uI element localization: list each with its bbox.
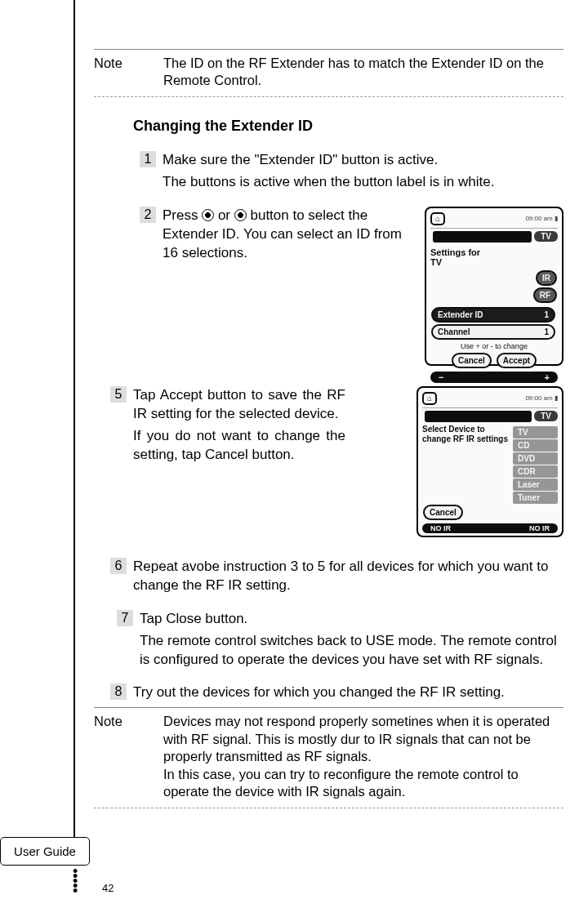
side-tab-user-guide: User Guide [0, 837, 90, 866]
figure-device-item: Laser [513, 479, 558, 491]
step-2: 2 Press or button to select the Extender… [140, 207, 416, 263]
figure-cancel-button: Cancel [452, 353, 492, 368]
home-icon: ⌂ [430, 212, 445, 225]
figure-device-item: DVD [513, 452, 558, 465]
note-text: In this case, you can try to reconfigure… [163, 766, 564, 801]
step-5: 5 Tap Accept button to save the RF IR se… [110, 386, 408, 465]
step-number: 2 [140, 207, 156, 223]
plus-icon [234, 209, 247, 221]
figure-ir-pill: IR [536, 270, 557, 286]
home-icon: ⌂ [422, 392, 437, 405]
figure-device-list-items: TV CD DVD CDR Laser Tuner [513, 426, 558, 504]
step-number: 8 [110, 683, 127, 700]
figure-device-list: ⌂ 09:00 am ▮ TV Select Device to change … [416, 386, 564, 537]
figure-device-item: CD [513, 439, 558, 452]
figure-label: Settings for [430, 247, 480, 257]
figure-time: 09:00 am ▮ [525, 215, 558, 222]
figure-hint: Use + or - to change [430, 342, 558, 350]
figure-noir-right: NO IR [521, 524, 558, 532]
step-text: Make sure the "Extender ID" button is ac… [163, 151, 564, 170]
step-text: Press [163, 207, 202, 223]
figure-channel-label: Channel [438, 327, 470, 336]
note-text: Devices may not respond properly sometin… [163, 713, 564, 765]
note-label: Note [94, 55, 163, 90]
figure-accept-button: Accept [497, 353, 537, 368]
figure-device-item: TV [513, 426, 558, 438]
step-1: 1 Make sure the "Extender ID" button is … [140, 151, 564, 192]
figure-plus: + [537, 372, 558, 382]
figure-device-item: CDR [513, 465, 558, 478]
step-6: 6 Repeat avobe instruction 3 to 5 for al… [110, 558, 564, 595]
figure-tv-label: TV [534, 231, 558, 242]
note-bottom: Note Devices may not respond properly so… [94, 707, 564, 808]
step-text: Tap Accept button to save the RF IR sett… [133, 386, 345, 424]
step-7: 7 Tap Close button. The remote control s… [117, 610, 564, 670]
step-number: 6 [110, 558, 127, 574]
section-title: Changing the Extender ID [133, 118, 564, 135]
step-text: The remote control switches back to USE … [140, 632, 564, 670]
vertical-dots: ••••• [73, 869, 78, 893]
figure-time: 09:00 am ▮ [525, 394, 558, 402]
step-text: or [214, 207, 234, 223]
figure-extender-label: Extender ID [438, 310, 483, 319]
figure-minus: − [430, 372, 452, 382]
step-8: 8 Try out the devices for which you chan… [110, 683, 564, 702]
step-number: 1 [140, 151, 156, 167]
figure-channel-value: 1 [544, 327, 549, 336]
figure-settings: ⌂ 09:00 am ▮ TV Settings for TV IR RF Ex… [425, 207, 564, 366]
page-number: 42 [102, 882, 114, 894]
note-text: The ID on the RF Extender has to match t… [163, 55, 564, 90]
step-text: The buttons is active when the button la… [163, 173, 564, 192]
vertical-rule [74, 0, 75, 866]
note-top: Note The ID on the RF Extender has to ma… [94, 49, 564, 97]
figure-rf-pill: RF [533, 287, 557, 303]
figure-tv-label: TV [534, 411, 558, 421]
minus-icon [202, 209, 214, 221]
figure-device-item: Tuner [513, 492, 558, 504]
figure-select-device-label: Select Device to change RF IR settings [422, 425, 510, 504]
figure-noir-left: NO IR [422, 524, 459, 532]
step-text: Tap Close button. [140, 610, 564, 629]
step-text: If you do not want to change the setting… [133, 427, 345, 465]
figure-label: TV [430, 257, 442, 267]
step-text: Repeat avobe instruction 3 to 5 for all … [133, 558, 564, 595]
step-text: Try out the devices for which you change… [133, 683, 564, 702]
step-number: 7 [117, 610, 133, 626]
note-label: Note [94, 713, 163, 800]
figure-cancel-button: Cancel [423, 505, 463, 520]
figure-extender-value: 1 [544, 310, 549, 319]
step-number: 5 [110, 386, 127, 403]
